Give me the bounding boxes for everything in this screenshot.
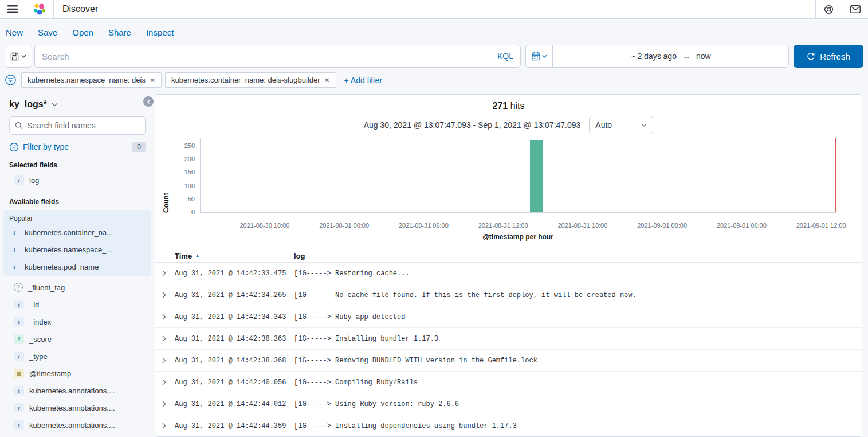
field-item[interactable]: t kubernetes.annotations....: [9, 434, 146, 437]
refresh-button[interactable]: Refresh: [794, 45, 863, 68]
field-item[interactable]: # _score: [9, 330, 146, 348]
nav-link-inspect[interactable]: Inspect: [146, 27, 174, 38]
collapse-sidebar-button[interactable]: [143, 96, 154, 107]
field-item[interactable]: t _id: [9, 296, 146, 313]
hits-header: 271 hits: [155, 101, 862, 111]
remove-filter-icon[interactable]: ✕: [150, 77, 155, 84]
field-name: _score: [29, 335, 52, 344]
log-cell: [1G-----> Compiling Ruby/Rails: [294, 379, 418, 387]
nav-link-share[interactable]: Share: [108, 27, 131, 38]
add-filter-button[interactable]: + Add filter: [344, 76, 383, 85]
filter-pill[interactable]: kubernetes.namespace_name: deis ✕: [21, 72, 162, 88]
documents-table: Time ▲ log Aug 31, 2021 @ 14:42:33.475 […: [155, 249, 862, 437]
selected-fields-heading: Selected fields: [9, 161, 146, 169]
time-cell: Aug 31, 2021 @ 14:42:40.056: [175, 379, 294, 387]
query-bar: KQL ~ 2 days ago → now: [5, 45, 863, 68]
interval-selected-value: Auto: [595, 120, 612, 130]
filters-menu-button[interactable]: [5, 74, 17, 86]
date-quick-menu-button[interactable]: [525, 45, 552, 68]
field-item[interactable]: t kubernetes.annotations....: [9, 382, 146, 399]
table-row[interactable]: Aug 31, 2021 @ 14:42:44.012 [1G-----> Us…: [155, 393, 862, 415]
expand-row-button[interactable]: [155, 401, 175, 407]
field-item[interactable]: ▦ @timestamp: [9, 365, 146, 382]
help-button[interactable]: [815, 0, 842, 18]
field-item[interactable]: t kubernetes.annotations....: [9, 416, 146, 434]
field-name: kubernetes.annotations....: [29, 404, 115, 412]
y-axis-tick: 100: [184, 182, 195, 189]
histogram-plot-area[interactable]: 050100150200250: [200, 138, 836, 213]
x-axis-title: @timestamp per hour: [200, 233, 836, 241]
field-type-t-badge: t: [14, 175, 24, 185]
field-item[interactable]: t _type: [9, 348, 146, 365]
table-row[interactable]: Aug 31, 2021 @ 14:42:38.368 [1G-----> Re…: [155, 350, 862, 372]
popular-fields-section: Popular t kubernetes.container_na... t k…: [3, 210, 151, 276]
expand-row-button[interactable]: [155, 357, 175, 364]
expand-row-button[interactable]: [155, 423, 175, 429]
time-range-from[interactable]: ~ 2 days ago: [630, 52, 677, 61]
interval-select[interactable]: Auto: [589, 116, 653, 134]
filter-bar: kubernetes.namespace_name: deis ✕ kubern…: [5, 72, 863, 91]
y-axis-tick: 250: [184, 142, 195, 149]
field-item[interactable]: t kubernetes.annotations....: [9, 399, 146, 416]
field-item[interactable]: t kubernetes.pod_name: [5, 258, 150, 275]
index-pattern-selector[interactable]: ky_logs*: [9, 99, 146, 110]
log-cell: [1G-----> Restoring cache...: [294, 270, 410, 278]
field-type-t-badge: t: [14, 403, 24, 412]
time-range-to[interactable]: now: [696, 52, 711, 61]
table-row[interactable]: Aug 31, 2021 @ 14:42:34.265 [1G No cache…: [155, 284, 862, 306]
search-input[interactable]: [42, 52, 492, 61]
field-item[interactable]: t kubernetes.container_na...: [5, 224, 150, 241]
field-name: kubernetes.annotations....: [29, 387, 115, 395]
field-name: kubernetes.pod_name: [25, 263, 99, 271]
table-row[interactable]: Aug 31, 2021 @ 14:42:34.343 [1G-----> Ru…: [155, 306, 862, 328]
field-name: kubernetes.namespace_...: [25, 245, 112, 254]
histogram-bar[interactable]: [530, 140, 543, 212]
field-item[interactable]: t kubernetes.namespace_...: [5, 241, 150, 258]
table-row[interactable]: Aug 31, 2021 @ 14:42:44.359 [1G-----> In…: [155, 415, 862, 437]
elastic-logo[interactable]: [25, 0, 54, 18]
nav-link-open[interactable]: Open: [72, 27, 93, 38]
filter-by-type-button[interactable]: Filter by type 0: [9, 142, 146, 152]
expand-row-button[interactable]: [155, 314, 175, 320]
remove-filter-icon[interactable]: ✕: [324, 77, 329, 84]
x-axis-tick: 2021-08-31 06:00: [399, 222, 449, 229]
newsfeed-button[interactable]: [842, 0, 868, 18]
table-row[interactable]: Aug 31, 2021 @ 14:42:38.363 [1G-----> In…: [155, 328, 862, 350]
save-icon: [10, 52, 19, 61]
expand-row-button[interactable]: [155, 379, 175, 385]
log-cell: [1G No cache file found. If this is the …: [294, 291, 637, 299]
field-name: @timestamp: [29, 369, 71, 378]
field-item[interactable]: ? _fluent_tag: [9, 279, 146, 296]
sort-ascending-icon[interactable]: ▲: [195, 253, 200, 259]
column-header-time[interactable]: Time ▲: [175, 252, 294, 260]
expand-row-button[interactable]: [155, 292, 175, 298]
field-item[interactable]: t log: [9, 171, 146, 189]
x-axis-tick: 2021-08-31 18:00: [557, 222, 607, 229]
chevron-left-icon: [147, 99, 151, 104]
nav-link-new[interactable]: New: [6, 27, 23, 38]
x-axis-tick: 2021-08-31 12:00: [478, 222, 528, 229]
table-row[interactable]: Aug 31, 2021 @ 14:42:40.056 [1G-----> Co…: [155, 372, 862, 393]
table-row[interactable]: Aug 31, 2021 @ 14:42:33.475 [1G-----> Re…: [155, 263, 862, 284]
x-axis-tick: 2021-08-30 18:00: [239, 222, 289, 229]
expand-row-button[interactable]: [155, 335, 175, 342]
field-item[interactable]: t _index: [9, 313, 146, 330]
query-language-button[interactable]: KQL: [492, 52, 513, 61]
time-cell: Aug 31, 2021 @ 14:42:34.343: [175, 313, 294, 321]
nav-link-save[interactable]: Save: [38, 27, 57, 38]
time-range-display[interactable]: ~ 2 days ago → now: [552, 45, 789, 68]
filter-pill-label: kubernetes.namespace_name: deis: [28, 76, 146, 84]
expand-row-button[interactable]: [155, 270, 175, 276]
search-box: KQL: [34, 45, 521, 68]
chevron-right-icon: [162, 379, 166, 385]
filter-pill-label: kubernetes.container_name: deis-slugbuil…: [171, 76, 320, 84]
field-search-input[interactable]: [27, 121, 140, 130]
saved-query-menu-button[interactable]: [5, 45, 32, 68]
chart-subtitle-row: Aug 30, 2021 @ 13:07:47.093 - Sep 1, 202…: [155, 116, 862, 134]
time-cell: Aug 31, 2021 @ 14:42:38.368: [175, 357, 294, 365]
filter-pill[interactable]: kubernetes.container_name: deis-slugbuil…: [165, 72, 336, 88]
filter-icon: [9, 142, 19, 152]
page-title: Discover: [54, 0, 107, 18]
hamburger-menu-button[interactable]: [0, 0, 25, 18]
chevron-right-icon: [162, 401, 166, 407]
